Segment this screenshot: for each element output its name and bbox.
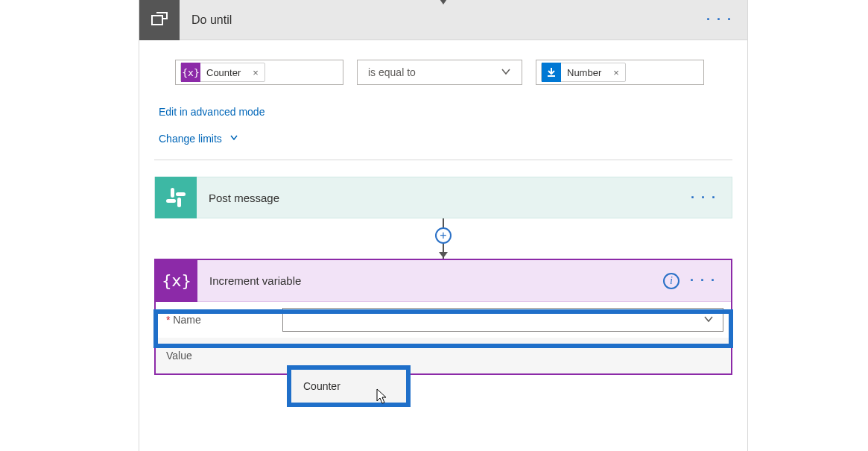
variable-icon: {x} — [156, 260, 197, 302]
menu-icon[interactable]: · · · — [706, 12, 732, 28]
svg-rect-0 — [152, 16, 162, 25]
value-field-input[interactable] — [282, 344, 723, 368]
loop-icon — [139, 0, 180, 40]
dropdown-option-counter[interactable]: Counter — [291, 370, 406, 403]
connector: + — [154, 218, 732, 259]
post-message-card[interactable]: Post message · · · — [154, 177, 732, 218]
arrow-down-icon — [437, 0, 449, 7]
name-field-label: * Name — [163, 314, 282, 326]
chevron-down-icon — [229, 133, 238, 145]
do-until-title: Do until — [180, 13, 706, 27]
svg-rect-2 — [177, 198, 181, 207]
change-limits-link[interactable]: Change limits — [159, 125, 238, 152]
condition-operator-select[interactable]: is equal to — [357, 60, 522, 85]
increment-variable-header[interactable]: {x} Increment variable i · · · — [156, 260, 731, 302]
value-field-row: Value — [156, 338, 731, 373]
condition-right-input[interactable]: Number × — [536, 60, 704, 85]
add-step-button[interactable]: + — [435, 227, 452, 244]
svg-rect-1 — [171, 188, 174, 198]
chevron-down-icon — [501, 66, 511, 79]
input-icon — [542, 63, 561, 82]
condition-row: {x} Counter × is equal to Number × — [139, 40, 747, 92]
info-icon[interactable]: i — [663, 273, 679, 289]
name-dropdown: Counter — [287, 365, 411, 407]
variable-icon: {x} — [181, 63, 200, 82]
menu-icon[interactable]: · · · — [691, 190, 717, 206]
remove-token-icon[interactable]: × — [607, 67, 625, 78]
operator-label: is equal to — [368, 66, 416, 78]
slack-icon — [155, 177, 197, 218]
token-number[interactable]: Number × — [541, 63, 626, 82]
svg-rect-4 — [176, 192, 186, 196]
condition-left-input[interactable]: {x} Counter × — [175, 60, 343, 85]
token-counter[interactable]: {x} Counter × — [180, 63, 265, 82]
value-field-label: Value — [163, 350, 282, 362]
edit-advanced-link[interactable]: Edit in advanced mode — [159, 98, 264, 125]
svg-rect-3 — [166, 199, 176, 203]
remove-token-icon[interactable]: × — [247, 67, 264, 78]
increment-variable-title: Increment variable — [197, 274, 663, 287]
name-field-select[interactable] — [282, 308, 723, 332]
menu-icon[interactable]: · · · — [690, 273, 716, 288]
chevron-down-icon — [703, 314, 714, 327]
increment-variable-card: {x} Increment variable i · · · * Name — [154, 259, 732, 375]
arrow-down-icon — [438, 248, 449, 260]
name-field-row: * Name — [156, 302, 731, 338]
divider — [154, 160, 732, 160]
post-message-title: Post message — [197, 192, 691, 204]
